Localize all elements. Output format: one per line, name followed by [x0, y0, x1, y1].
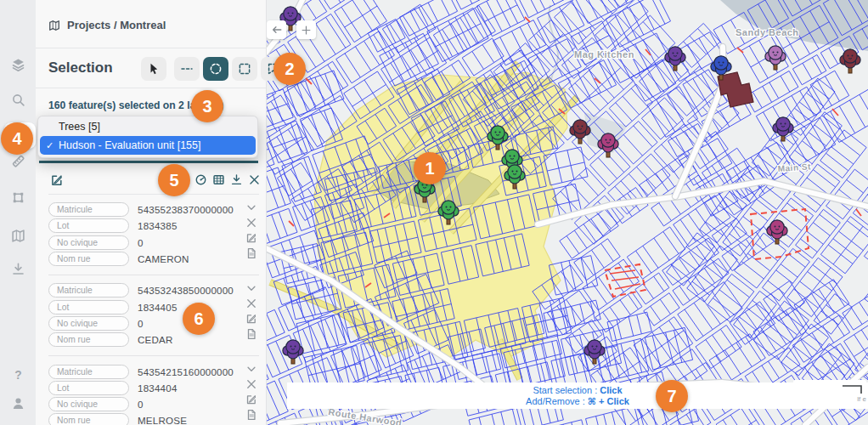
feature-close-button[interactable]: [245, 298, 257, 309]
rail-item-map[interactable]: [0, 224, 36, 247]
close-icon: [245, 298, 257, 309]
tool-cursor[interactable]: [141, 57, 166, 81]
map-label: Sandy Beach: [736, 27, 799, 37]
download-button[interactable]: [230, 173, 243, 186]
feature-document-button[interactable]: [245, 409, 257, 421]
rail-item-help[interactable]: ?: [0, 363, 36, 387]
zoom-in-button[interactable]: [296, 20, 316, 39]
feature-edit-button[interactable]: [245, 232, 257, 244]
feature-chevron-button[interactable]: [245, 201, 257, 213]
feature-close-button[interactable]: [245, 378, 257, 390]
field-label-pill: Matricule: [48, 283, 129, 298]
layer-option[interactable]: ✓Hudson - Evaluation unit [155]: [40, 136, 256, 155]
edit-icon: [50, 173, 64, 187]
layer-option[interactable]: Trees [5]: [38, 117, 257, 136]
help-icon: ?: [11, 368, 25, 382]
annotation-badge-7: 7: [656, 380, 688, 412]
annotation-badge-2: 2: [273, 53, 306, 85]
icon-rail: ?: [0, 0, 36, 425]
rail-item-user[interactable]: [0, 391, 36, 415]
feature-card: Matricule54353243850000000Lot1834405No c…: [48, 275, 259, 356]
download-icon: [230, 173, 243, 186]
collapse-panel-button[interactable]: [267, 20, 286, 39]
close-icon: [245, 378, 257, 390]
close-icon: [245, 217, 257, 229]
close-button[interactable]: [248, 173, 261, 186]
user-icon: [11, 396, 25, 411]
feature-field: Lot1834385: [48, 218, 259, 234]
feature-list: Matricule54355238370000000Lot1834385No c…: [48, 195, 259, 425]
feature-field: Nom rueCEDAR: [48, 332, 259, 348]
divider: [36, 88, 266, 88]
field-label-pill: Lot: [48, 218, 129, 233]
selection-title: Selection: [48, 60, 113, 76]
feature-field: Matricule54355238370000000: [48, 201, 259, 218]
feature-close-button[interactable]: [245, 217, 257, 229]
document-icon: [245, 247, 257, 259]
field-value: MELROSE: [138, 415, 187, 425]
plus-icon: [301, 25, 312, 36]
field-value: 54354215160000000: [138, 366, 234, 377]
svg-text:?: ?: [14, 368, 21, 382]
feature-field: No civique0: [48, 235, 259, 251]
selection-hint-bar: Start selection : Click Add/Remove : ⌘ +…: [287, 382, 868, 409]
table-button[interactable]: [212, 173, 225, 186]
tool-dashed-line[interactable]: [174, 57, 200, 81]
breadcrumb-label: Projects / Montreal: [67, 19, 166, 31]
project-map-icon: [48, 20, 60, 31]
tool-dashed-circle[interactable]: [203, 57, 228, 81]
annotation-badge-6: 6: [183, 303, 215, 335]
feature-chevron-button[interactable]: [245, 363, 257, 375]
scale-bar: lf e: [793, 380, 866, 407]
layers-icon: [11, 58, 25, 72]
document-icon: [245, 328, 257, 340]
feature-chevron-button[interactable]: [245, 282, 257, 294]
chevron-icon: [245, 363, 257, 375]
map-canvas[interactable]: Sandy BeachMag KitchenMain StRoute Harwo…: [266, 0, 868, 425]
rail-item-search[interactable]: [0, 88, 36, 111]
polygon-edit-icon: [11, 190, 25, 205]
field-label-pill: No civique: [48, 316, 129, 331]
selection-tools: [141, 57, 286, 81]
feature-field: Matricule54353243850000000: [48, 282, 259, 298]
field-value: 1834385: [138, 220, 178, 231]
edit-icon: [245, 394, 257, 405]
feature-field: Lot1834404: [48, 380, 259, 396]
dashed-line-icon: [180, 62, 194, 76]
back-icon: [271, 24, 283, 36]
rail-item-download[interactable]: [0, 257, 36, 280]
feature-document-button[interactable]: [245, 247, 257, 259]
field-label-pill: Matricule: [48, 365, 129, 379]
map-area[interactable]: Sandy BeachMag KitchenMain StRoute Harwo…: [266, 0, 868, 425]
hint-line-2: Add/Remove : ⌘ + Click: [526, 396, 629, 407]
map-icon: [48, 20, 60, 31]
annotation-badge-1: 1: [414, 152, 446, 184]
edit-icon: [245, 313, 257, 325]
rail-item-polygon-edit[interactable]: [0, 185, 36, 209]
field-value: 1834404: [138, 382, 178, 394]
feature-document-button[interactable]: [245, 328, 257, 340]
feature-field: No civique0: [48, 396, 259, 412]
tool-dashed-rect[interactable]: [232, 57, 257, 81]
field-value: 1834405: [138, 302, 178, 313]
statistics-button[interactable]: [194, 173, 207, 186]
edit-button[interactable]: [50, 173, 64, 187]
field-value: 0: [138, 399, 144, 410]
left-panel: Projects / Montreal Selection 160 featur…: [36, 0, 267, 425]
field-label-pill: Nom rue: [48, 332, 129, 347]
rail-item-layers[interactable]: [0, 53, 36, 76]
field-label-pill: Lot: [48, 300, 129, 314]
hint-line-1: Start selection : Click: [533, 385, 622, 396]
statistics-icon: [194, 173, 207, 186]
field-label-pill: No civique: [48, 397, 129, 411]
field-label-pill: Lot: [48, 381, 129, 395]
feature-field: Nom rueCAMERON: [48, 251, 259, 267]
feature-field: Lot1834405: [48, 298, 259, 314]
dashed-rect-icon: [238, 62, 251, 76]
breadcrumb[interactable]: Projects / Montreal: [48, 19, 166, 31]
field-value: 54353243850000000: [138, 285, 234, 296]
feature-field: Matricule54354215160000000: [48, 363, 259, 379]
field-value: CEDAR: [138, 334, 173, 345]
feature-edit-button[interactable]: [245, 313, 257, 325]
feature-edit-button[interactable]: [245, 394, 257, 405]
